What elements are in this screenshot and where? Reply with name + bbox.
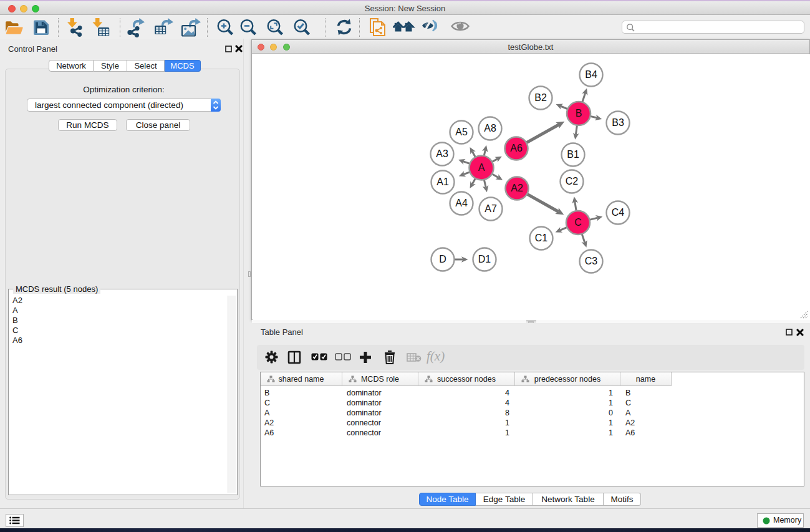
svg-text:A3: A3 [436,148,448,159]
svg-text:C3: C3 [585,256,598,266]
svg-text:A2: A2 [511,183,523,193]
svg-text:C: C [574,217,582,228]
svg-text:D: D [439,254,446,264]
svg-text:B3: B3 [612,117,624,128]
svg-text:A5: A5 [455,127,468,137]
svg-text:B1: B1 [567,149,579,160]
svg-text:C2: C2 [566,176,579,186]
svg-text:A6: A6 [510,143,523,153]
svg-text:C1: C1 [535,233,548,243]
svg-text:B2: B2 [534,92,547,103]
svg-text:A: A [478,162,485,173]
svg-text:A1: A1 [436,177,449,187]
svg-text:A8: A8 [484,123,496,133]
svg-text:A7: A7 [485,203,497,214]
svg-text:D1: D1 [478,254,491,264]
svg-text:B4: B4 [585,69,597,80]
svg-text:A4: A4 [455,198,468,208]
svg-text:C4: C4 [612,207,625,218]
svg-text:B: B [576,108,582,118]
